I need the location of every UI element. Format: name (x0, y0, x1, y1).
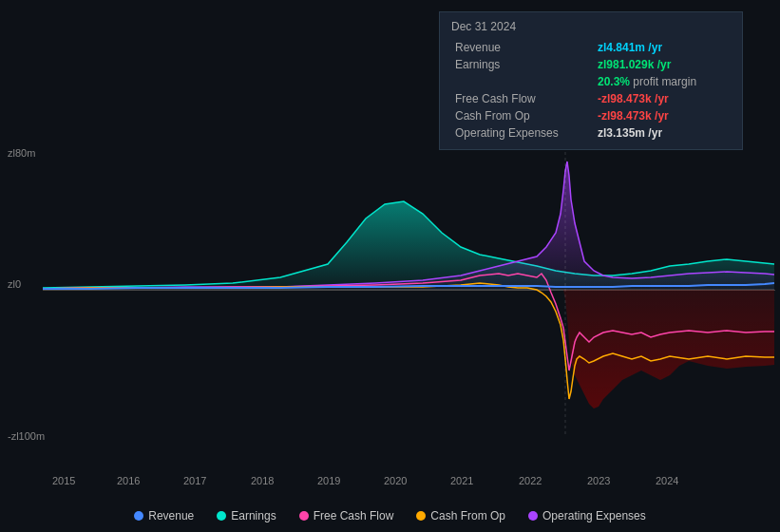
revenue-label: Revenue (451, 39, 594, 56)
earnings-dot (217, 511, 226, 521)
fcf-dot (299, 511, 309, 521)
data-card: Dec 31 2024 Revenue zl4.841m /yr Earning… (439, 11, 743, 150)
revenue-legend-label: Revenue (148, 509, 194, 522)
legend-earnings: Earnings (217, 509, 276, 522)
y-label-80m: zl80m (8, 147, 35, 159)
x-label-2019: 2019 (317, 475, 340, 486)
x-label-2015: 2015 (52, 475, 75, 486)
y-label-minus100m: -zl100m (8, 430, 45, 442)
legend-cashfromop: Cash From Op (416, 509, 505, 522)
opex-value: zl3.135m /yr (594, 124, 731, 142)
revenue-dot (134, 511, 143, 521)
chart-svg (43, 152, 774, 437)
cashfromop-dot (416, 511, 426, 521)
x-label-2018: 2018 (251, 475, 274, 486)
x-label-2016: 2016 (117, 475, 140, 486)
fcf-label: Free Cash Flow (451, 90, 594, 107)
opex-legend-label: Operating Expenses (542, 509, 646, 522)
legend-fcf: Free Cash Flow (299, 509, 394, 522)
earnings-label: Earnings (451, 56, 594, 73)
cashfromop-value: -zl98.473k /yr (594, 107, 731, 124)
cashfromop-label: Cash From Op (451, 107, 594, 124)
legend-opex: Operating Expenses (528, 509, 646, 522)
opex-label: Operating Expenses (451, 124, 594, 142)
fcf-value: -zl98.473k /yr (594, 90, 731, 107)
legend: Revenue Earnings Free Cash Flow Cash Fro… (0, 509, 780, 522)
profit-margin: 20.3% profit margin (594, 73, 731, 90)
x-label-2020: 2020 (384, 475, 407, 486)
opex-dot (528, 511, 538, 521)
x-label-2024: 2024 (656, 475, 678, 486)
x-label-2022: 2022 (519, 475, 542, 486)
chart-container: Dec 31 2024 Revenue zl4.841m /yr Earning… (0, 0, 780, 532)
fcf-legend-label: Free Cash Flow (314, 509, 394, 522)
cashfromop-legend-label: Cash From Op (430, 509, 505, 522)
card-date: Dec 31 2024 (451, 20, 731, 33)
x-label-2023: 2023 (587, 475, 610, 486)
earnings-value: zl981.029k /yr (594, 56, 731, 73)
x-label-2017: 2017 (183, 475, 206, 486)
y-label-0: zl0 (8, 278, 21, 290)
x-label-2021: 2021 (450, 475, 473, 486)
earnings-legend-label: Earnings (231, 509, 276, 522)
legend-revenue: Revenue (134, 509, 194, 522)
revenue-value: zl4.841m /yr (594, 39, 731, 56)
